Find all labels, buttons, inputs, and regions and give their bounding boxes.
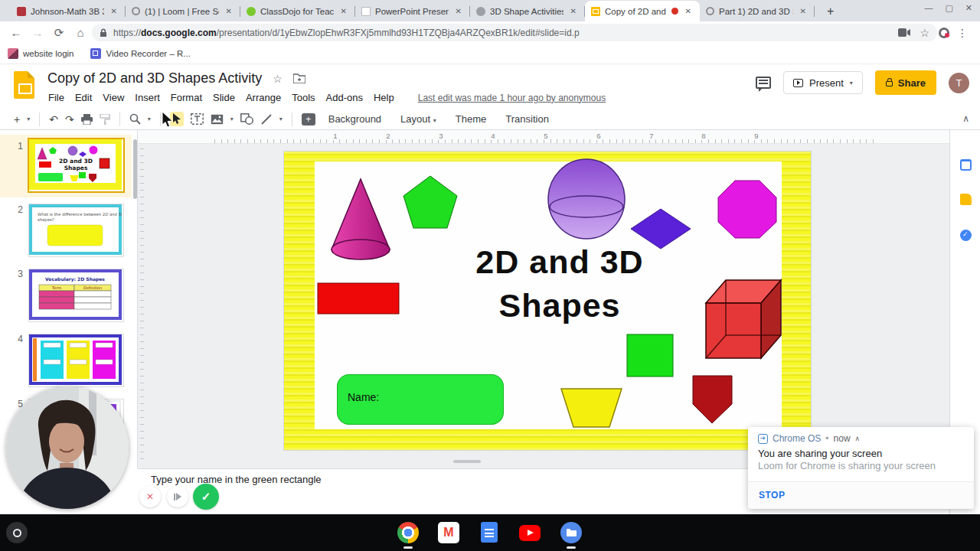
insert-chart-icon[interactable]: + xyxy=(302,113,315,126)
cone-shape[interactable] xyxy=(332,179,390,259)
paint-format-icon[interactable] xyxy=(100,114,110,125)
reload-icon[interactable]: ⟳ xyxy=(49,26,69,40)
loom-restart-button[interactable] xyxy=(167,486,188,507)
filmstrip-scrollbar[interactable] xyxy=(133,139,137,199)
menu-insert[interactable]: Insert xyxy=(129,90,165,106)
menu-slide[interactable]: Slide xyxy=(207,90,240,106)
transition-button[interactable]: Transition xyxy=(499,110,555,128)
menu-tools[interactable]: Tools xyxy=(286,90,320,106)
document-title[interactable]: Copy of 2D and 3D Shapes Activity xyxy=(47,70,262,86)
browser-tab-3d-shapes[interactable]: 3D Shape Activities - Fi ✕ xyxy=(470,1,585,21)
menu-help[interactable]: Help xyxy=(368,90,400,106)
webcam-overlay[interactable] xyxy=(6,386,129,509)
stop-sharing-button[interactable]: STOP xyxy=(759,490,785,500)
home-icon[interactable]: ⌂ xyxy=(70,26,90,39)
background-button[interactable]: Background xyxy=(322,110,387,128)
name-entry-box[interactable]: Name: xyxy=(337,374,504,425)
cube-shape[interactable] xyxy=(706,280,781,358)
trapezoid-shape[interactable] xyxy=(561,389,622,427)
sphere-shape[interactable] xyxy=(548,159,625,239)
youtube-app-icon[interactable] xyxy=(519,522,541,543)
tab-close-icon[interactable]: ✕ xyxy=(224,6,234,16)
loom-finish-button[interactable]: ✓ xyxy=(193,484,219,510)
tab-close-icon[interactable]: ✕ xyxy=(798,6,808,16)
undo-icon[interactable]: ↶ xyxy=(49,114,58,125)
keep-notes-icon[interactable] xyxy=(960,194,972,205)
collapse-notification-icon[interactable]: ∧ xyxy=(855,435,861,442)
tasks-icon[interactable] xyxy=(960,230,972,241)
loom-extension-icon[interactable] xyxy=(939,28,949,38)
bookmark-video-recorder[interactable]: Video Recorder – R... xyxy=(90,48,190,59)
image-caret-icon[interactable]: ▾ xyxy=(230,116,234,122)
slide-thumbnail-1[interactable]: 2D and 3D Shapes xyxy=(29,139,123,191)
browser-tab-part1[interactable]: Part 1) 2D and 3D Shap ✕ xyxy=(700,1,815,21)
share-button[interactable]: Share xyxy=(875,70,936,95)
present-button[interactable]: Present ▾ xyxy=(783,71,863,94)
close-window-icon[interactable]: ✕ xyxy=(965,3,972,13)
google-slides-logo[interactable] xyxy=(14,71,34,99)
back-icon[interactable]: ← xyxy=(6,26,26,39)
browser-menu-icon[interactable]: ⋮ xyxy=(951,27,974,39)
gmail-app-icon[interactable]: M xyxy=(438,522,459,543)
menu-file[interactable]: File xyxy=(43,90,70,106)
theme-button[interactable]: Theme xyxy=(449,110,492,128)
slide-thumbnail-3[interactable]: Vocabulary: 2D Shapes Term Definition xyxy=(29,269,123,321)
slide-page[interactable]: 2D and 3D Shapes Name: xyxy=(284,152,811,450)
redo-icon[interactable]: ↷ xyxy=(65,114,74,125)
tab-close-icon[interactable]: ✕ xyxy=(683,6,694,16)
layout-button[interactable]: Layout ▾ xyxy=(394,110,443,128)
zoom-caret-icon[interactable]: ▾ xyxy=(148,116,151,122)
menu-arrange[interactable]: Arrange xyxy=(240,90,286,106)
docs-app-icon[interactable] xyxy=(479,522,500,543)
menu-view[interactable]: View xyxy=(97,90,129,106)
comments-icon[interactable] xyxy=(756,77,771,89)
files-app-icon[interactable] xyxy=(560,522,582,543)
star-document-icon[interactable]: ☆ xyxy=(273,73,283,85)
minimize-icon[interactable]: — xyxy=(924,3,933,13)
last-edit-link[interactable]: Last edit was made 1 hour ago by anonymo… xyxy=(418,93,606,103)
print-icon[interactable] xyxy=(81,114,93,125)
new-tab-button[interactable]: + xyxy=(822,5,838,21)
collapse-toolbar-icon[interactable]: ∧ xyxy=(962,113,969,124)
insert-line-icon[interactable] xyxy=(260,113,273,126)
launcher-button[interactable] xyxy=(6,522,28,543)
move-folder-icon[interactable] xyxy=(293,73,305,83)
tab-close-icon[interactable]: ✕ xyxy=(338,6,349,16)
square-shape[interactable] xyxy=(627,334,673,377)
slide-thumbnail-2[interactable]: What is the difference between 2D and 3D… xyxy=(29,204,123,256)
browser-tab-classdojo[interactable]: ClassDojo for Teachers ✕ xyxy=(240,1,355,21)
canvas-scrollbar[interactable] xyxy=(453,460,481,463)
octagon-shape[interactable] xyxy=(718,181,776,238)
tab-close-icon[interactable]: ✕ xyxy=(109,6,119,16)
browser-tab-johnson-math[interactable]: Johnson-Math 3B 3B J ✕ xyxy=(11,1,126,21)
pentagon-shape[interactable] xyxy=(403,176,457,228)
present-caret-icon[interactable]: ▾ xyxy=(850,80,853,86)
tab-close-icon[interactable]: ✕ xyxy=(453,6,464,16)
slide-title[interactable]: 2D and 3D Shapes xyxy=(414,240,705,328)
insert-shape-icon[interactable] xyxy=(240,113,253,125)
line-caret-icon[interactable]: ▾ xyxy=(279,116,283,122)
insert-image-icon[interactable] xyxy=(211,114,224,125)
text-box-icon[interactable] xyxy=(191,113,204,125)
chrome-app-icon[interactable] xyxy=(397,522,419,543)
menu-format[interactable]: Format xyxy=(165,90,207,106)
menu-edit[interactable]: Edit xyxy=(70,90,97,106)
arrow-pentagon-shape[interactable] xyxy=(693,376,732,423)
new-slide-caret-icon[interactable]: ▾ xyxy=(27,116,30,122)
calendar-icon[interactable] xyxy=(960,159,972,171)
bookmark-website-login[interactable]: website login xyxy=(8,48,74,59)
restore-icon[interactable]: ▢ xyxy=(945,3,952,13)
forward-icon[interactable]: → xyxy=(28,26,47,39)
address-bar[interactable]: https://docs.google.com/presentation/d/1… xyxy=(92,24,937,41)
account-avatar[interactable]: T xyxy=(949,73,969,93)
new-slide-icon[interactable]: + xyxy=(14,114,20,125)
loom-cancel-button[interactable]: ✕ xyxy=(139,486,161,507)
menu-addons[interactable]: Add-ons xyxy=(321,90,368,106)
screen-share-notification[interactable]: Chrome OS • now ∧ You are sharing your s… xyxy=(748,427,974,509)
camera-icon[interactable] xyxy=(898,28,910,37)
browser-tab-loom[interactable]: (1) | Loom | Free Scree ✕ xyxy=(126,1,240,21)
bookmark-star-icon[interactable]: ☆ xyxy=(920,27,929,39)
browser-tab-powerpoint[interactable]: PowerPoint Presentatio ✕ xyxy=(355,1,470,21)
rectangle-shape[interactable] xyxy=(318,283,399,314)
speaker-notes-text[interactable]: Type your name in the green rectangle xyxy=(151,474,322,485)
